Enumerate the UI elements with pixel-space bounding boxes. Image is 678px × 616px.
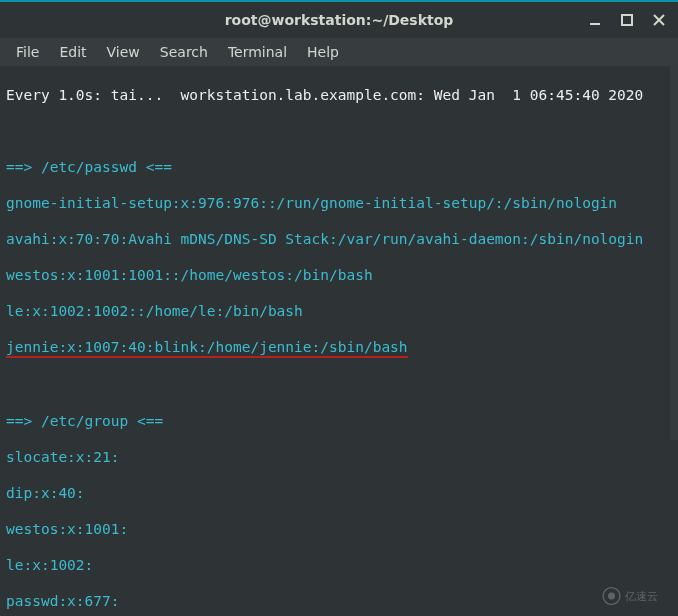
group-line: le:x:1002: [6,556,672,574]
terminal-window-1: root@workstation:~/Desktop File Edit Vie… [0,0,678,616]
minimize-button[interactable] [580,5,610,35]
menu-terminal[interactable]: Terminal [220,40,295,64]
scrollbar[interactable] [670,66,678,440]
passwd-line: westos:x:1001:1001::/home/westos:/bin/ba… [6,266,672,284]
passwd-header: ==> /etc/passwd <== [6,158,672,176]
titlebar-1: root@workstation:~/Desktop [0,2,678,38]
svg-rect-1 [622,15,632,25]
blank-line [6,376,672,394]
maximize-button[interactable] [612,5,642,35]
group-line: westos:x:1001: [6,520,672,538]
svg-rect-0 [590,23,600,25]
watch-header: Every 1.0s: tai... workstation.lab.examp… [6,86,672,104]
passwd-line-highlighted: jennie:x:1007:40:blink:/home/jennie:/sbi… [6,338,672,358]
passwd-line: avahi:x:70:70:Avahi mDNS/DNS-SD Stack:/v… [6,230,672,248]
watermark-logo: 亿速云 [600,582,672,610]
menubar-1: File Edit View Search Terminal Help [0,38,678,66]
menu-file[interactable]: File [8,40,47,64]
menu-edit[interactable]: Edit [51,40,94,64]
menu-search[interactable]: Search [152,40,216,64]
window-title-1: root@workstation:~/Desktop [225,12,454,28]
passwd-line: le:x:1002:1002::/home/le:/bin/bash [6,302,672,320]
group-line: passwd:x:677: [6,592,672,610]
close-button[interactable] [644,5,674,35]
menu-view[interactable]: View [99,40,148,64]
window-controls-1 [580,2,674,38]
svg-point-6 [608,593,615,600]
group-line: slocate:x:21: [6,448,672,466]
terminal-output-1[interactable]: Every 1.0s: tai... workstation.lab.examp… [0,66,678,616]
svg-text:亿速云: 亿速云 [624,590,658,602]
group-line: dip:x:40: [6,484,672,502]
group-header: ==> /etc/group <== [6,412,672,430]
menu-help[interactable]: Help [299,40,347,64]
blank-line [6,122,672,140]
passwd-line: gnome-initial-setup:x:976:976::/run/gnom… [6,194,672,212]
